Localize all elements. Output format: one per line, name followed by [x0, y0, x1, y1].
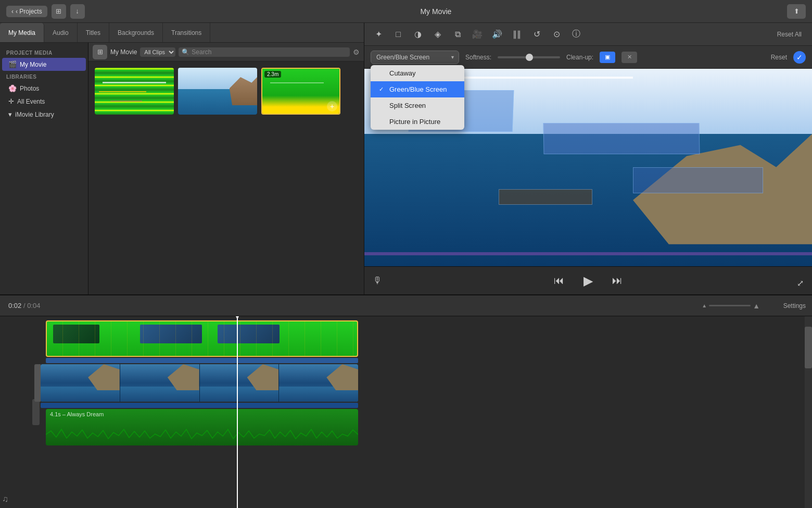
audio-label: 4.1s – Always Dream	[50, 411, 104, 417]
main-video-track	[8, 320, 804, 357]
effect-dropdown-trigger[interactable]: Green/Blue Screen ▼	[371, 51, 459, 64]
audio-clip[interactable]: 4.1s – Always Dream	[46, 409, 358, 445]
timeline-settings-button[interactable]: Settings	[783, 302, 806, 309]
search-input[interactable]	[192, 48, 347, 56]
camera-icon: 🎥	[472, 29, 483, 39]
timeline-tracks: 4.1s – Always Dream ♫	[0, 316, 812, 508]
scroll-thumb[interactable]	[805, 327, 812, 368]
softness-track[interactable]	[498, 56, 560, 58]
project-media-heading: PROJECT MEDIA	[0, 47, 88, 58]
green-video-clip[interactable]	[46, 320, 358, 357]
glitch-purple-bar	[364, 252, 812, 255]
fullscreen-button[interactable]: ⤢	[797, 278, 804, 288]
projects-button[interactable]: ‹ ‹ Projects	[6, 6, 47, 17]
media-grid: 2.3m +	[88, 61, 364, 294]
stabilize-icon: ∥∥	[513, 29, 521, 39]
ocean-video-clip[interactable]	[41, 364, 358, 402]
cleanup-button-left[interactable]: ▣	[600, 52, 615, 63]
stabilize-button[interactable]: ∥∥	[509, 27, 525, 42]
thumb-add-button-3[interactable]: +	[327, 101, 337, 111]
sidebar-item-photos[interactable]: 🌸 Photos	[2, 82, 86, 95]
playhead-handle[interactable]	[234, 316, 241, 319]
crop-button[interactable]: □	[390, 27, 406, 42]
info-icon: ⓘ	[572, 29, 580, 40]
info-button[interactable]: ⓘ	[568, 27, 584, 42]
download-button[interactable]: ↓	[70, 4, 85, 19]
library-icon: ▾	[8, 110, 12, 118]
cleanup-button-right[interactable]: ✕	[621, 52, 637, 63]
reset-button[interactable]: Reset	[771, 54, 787, 61]
search-box[interactable]: 🔍	[179, 47, 350, 57]
magic-icon: ✦	[375, 29, 382, 39]
tab-titles[interactable]: Titles	[78, 23, 109, 42]
clips-filter-select[interactable]: All Clips	[140, 47, 175, 57]
overlay-button[interactable]: ⧉	[450, 27, 465, 42]
tab-audio[interactable]: Audio	[44, 23, 78, 42]
noise-icon: ⊙	[553, 29, 560, 39]
dropdown-item-green-blue[interactable]: ✓ Green/Blue Screen	[371, 81, 464, 97]
track-left-handle[interactable]	[34, 364, 41, 402]
playhead[interactable]	[237, 316, 238, 508]
audio-connector-bar	[41, 403, 358, 408]
confirm-button[interactable]: ✓	[793, 51, 806, 64]
projects-label: ‹ Projects	[16, 8, 42, 15]
filter-icon: ◈	[435, 29, 441, 39]
filter-button[interactable]: ◈	[430, 27, 446, 42]
browser-title: My Movie	[110, 48, 137, 56]
layout-toggle-button[interactable]: ⊞	[52, 4, 66, 19]
export-button[interactable]: ⬆	[787, 4, 806, 19]
top-bar: ‹ ‹ Projects ⊞ ↓ My Movie ⬆	[0, 0, 812, 23]
media-browser: ⊞ My Movie All Clips 🔍 ⚙	[88, 43, 364, 294]
dropdown-item-cutaway[interactable]: Cutaway	[371, 65, 464, 81]
connector-bar-1	[8, 358, 804, 363]
sidebar-item-all-events[interactable]: ✛ All Events	[2, 95, 86, 108]
effects-bar: Green/Blue Screen ▼ Cutaway ✓ Green/Blue…	[364, 46, 812, 69]
audio-track: 4.1s – Always Dream	[8, 409, 804, 445]
photos-icon: 🌸	[8, 84, 17, 92]
dropdown-item-pip[interactable]: Picture in Picture	[371, 114, 464, 130]
magic-tool-button[interactable]: ✦	[371, 27, 386, 42]
zoom-slider[interactable]	[709, 305, 751, 306]
dropdown-item-split-screen[interactable]: Split Screen	[371, 97, 464, 114]
skip-forward-button[interactable]: ⏭	[608, 271, 627, 290]
overlay-icon: ⧉	[455, 30, 461, 39]
color-button[interactable]: ◑	[410, 27, 426, 42]
my-movie-label: My Movie	[20, 61, 46, 68]
media-thumbnail-3[interactable]: 2.3m +	[261, 68, 340, 115]
play-button[interactable]: ▶	[579, 271, 598, 290]
noise-button[interactable]: ⊙	[549, 27, 564, 42]
content-area: My Media Audio Titles Backgrounds Transi…	[0, 23, 812, 294]
camera-button[interactable]: 🎥	[470, 27, 485, 42]
skip-forward-icon: ⏭	[612, 275, 623, 287]
play-icon: ▶	[583, 274, 593, 288]
grid-toggle-button[interactable]: ⊞	[93, 45, 107, 59]
media-thumbnail-1[interactable]	[95, 68, 174, 115]
mic-icon: 🎙	[373, 275, 382, 286]
gear-button[interactable]: ⚙	[353, 48, 360, 56]
sidebar-item-imovie-library[interactable]: ▾ iMovie Library	[2, 108, 86, 121]
audio-icon: 🔊	[492, 29, 502, 39]
mountain-icon: ▲	[702, 303, 707, 308]
grid-icon: ⊞	[97, 48, 103, 56]
tab-transitions[interactable]: Transitions	[163, 23, 210, 42]
reset-all-button[interactable]: Reset All	[773, 29, 806, 40]
mic-button[interactable]: 🎙	[373, 275, 382, 286]
mountain-large-icon: ▲	[753, 302, 760, 310]
softness-thumb[interactable]	[526, 54, 533, 61]
sidebar-item-my-movie[interactable]: 🎬 My Movie	[2, 58, 86, 71]
skip-back-button[interactable]: ⏮	[550, 271, 568, 290]
tab-backgrounds[interactable]: Backgrounds	[109, 23, 163, 42]
timeline-scrollbar[interactable]	[805, 316, 812, 508]
clips-filter-container: All Clips	[140, 47, 175, 57]
ocean-video-track	[8, 364, 804, 402]
speed-button[interactable]: ↺	[529, 27, 544, 42]
thumb-badge-3: 2.3m	[264, 71, 281, 78]
audio-button[interactable]: 🔊	[489, 27, 505, 42]
cleanup-left-icon: ▣	[605, 54, 610, 60]
media-thumbnail-2[interactable]	[178, 68, 257, 115]
cleanup-label: Clean-up:	[566, 54, 593, 61]
glitch-block-3	[633, 167, 763, 193]
timeline-area: 4.1s – Always Dream ♫	[0, 316, 812, 508]
photos-label: Photos	[20, 85, 39, 92]
tab-my-media[interactable]: My Media	[0, 23, 44, 42]
